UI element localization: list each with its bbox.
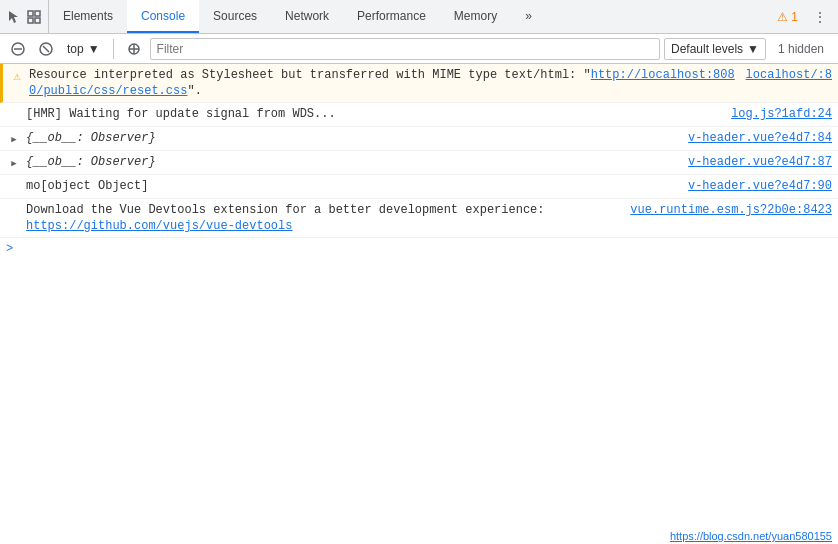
tab-memory[interactable]: Memory (440, 0, 511, 33)
context-value: top (67, 42, 84, 56)
svg-rect-2 (28, 18, 33, 23)
disable-log-button[interactable] (34, 37, 58, 61)
console-output: ⚠ Resource interpreted as Stylesheet but… (0, 64, 838, 522)
tab-sources[interactable]: Sources (199, 0, 271, 33)
context-selector[interactable]: top ▼ (62, 38, 105, 60)
svg-rect-1 (35, 11, 40, 16)
warning-count: 1 (791, 10, 798, 24)
more-options-button[interactable]: ⋮ (808, 5, 832, 29)
console-prompt-row[interactable]: > (0, 238, 838, 260)
observer1-expand-icon[interactable]: ▶ (6, 131, 22, 147)
console-entry-warning: ⚠ Resource interpreted as Stylesheet but… (0, 64, 838, 103)
tab-more[interactable]: » (511, 0, 546, 33)
tab-network[interactable]: Network (271, 0, 343, 33)
vue-devtools-icon (6, 203, 22, 219)
warning-entry-source[interactable]: localhost/:8 (746, 67, 832, 82)
devtools-logo-area (0, 0, 49, 33)
warning-entry-content: Resource interpreted as Stylesheet but t… (29, 67, 746, 99)
console-entry-vue-devtools: Download the Vue Devtools extension for … (0, 199, 838, 238)
context-dropdown-icon: ▼ (88, 42, 100, 56)
console-entry-hmr: [HMR] Waiting for update signal from WDS… (0, 103, 838, 127)
warning-badge[interactable]: ⚠ 1 (771, 10, 804, 24)
vue-devtools-source[interactable]: vue.runtime.esm.js?2b0e:8423 (630, 202, 832, 217)
mo-entry-source[interactable]: v-header.vue?e4d7:90 (688, 178, 832, 193)
vue-devtools-content: Download the Vue Devtools extension for … (26, 202, 630, 234)
console-prompt-input[interactable] (17, 242, 832, 256)
vue-devtools-link[interactable]: https://github.com/vuejs/vue-devtools (26, 219, 292, 233)
tab-bar-actions: ⚠ 1 ⋮ (765, 0, 838, 33)
toolbar-divider (113, 39, 114, 59)
svg-rect-3 (35, 18, 40, 23)
console-entry-observer1: ▶ {__ob__: Observer} v-header.vue?e4d7:8… (0, 127, 838, 151)
levels-dropdown[interactable]: Default levels ▼ (664, 38, 766, 60)
observer2-entry-source[interactable]: v-header.vue?e4d7:87 (688, 154, 832, 169)
filter-input[interactable] (150, 38, 660, 60)
tab-console[interactable]: Console (127, 0, 199, 33)
devtools-inspector-icon[interactable] (26, 9, 42, 25)
console-entry-mo: mo[object Object] v-header.vue?e4d7:90 (0, 175, 838, 199)
warning-link[interactable]: http://localhost:8080/public/css/reset.c… (29, 68, 735, 98)
prompt-icon: > (6, 242, 13, 256)
levels-label: Default levels (671, 42, 743, 56)
warning-entry-icon: ⚠ (9, 68, 25, 84)
mo-entry-content: mo[object Object] (26, 178, 688, 194)
observer2-entry-content: {__ob__: Observer} (26, 154, 688, 170)
tab-performance[interactable]: Performance (343, 0, 440, 33)
observer2-expand-icon[interactable]: ▶ (6, 155, 22, 171)
mo-entry-icon (6, 179, 22, 195)
observer1-entry-source[interactable]: v-header.vue?e4d7:84 (688, 130, 832, 145)
hmr-entry-source[interactable]: log.js?1afd:24 (731, 106, 832, 121)
svg-line-7 (43, 46, 49, 52)
hmr-entry-content: [HMR] Waiting for update signal from WDS… (26, 106, 731, 122)
tab-bar: Elements Console Sources Network Perform… (0, 0, 838, 34)
clear-console-button[interactable] (6, 37, 30, 61)
levels-dropdown-icon: ▼ (747, 42, 759, 56)
tabs-container: Elements Console Sources Network Perform… (49, 0, 765, 33)
console-toolbar: top ▼ Default levels ▼ 1 hidden (0, 34, 838, 64)
devtools-cursor-icon (6, 9, 22, 25)
hmr-entry-icon (6, 107, 22, 123)
observer1-entry-content: {__ob__: Observer} (26, 130, 688, 146)
hidden-count: 1 hidden (770, 42, 832, 56)
tab-elements[interactable]: Elements (49, 0, 127, 33)
console-entry-observer2: ▶ {__ob__: Observer} v-header.vue?e4d7:8… (0, 151, 838, 175)
svg-rect-0 (28, 11, 33, 16)
warning-icon: ⚠ (777, 10, 788, 24)
inspect-button[interactable] (122, 37, 146, 61)
